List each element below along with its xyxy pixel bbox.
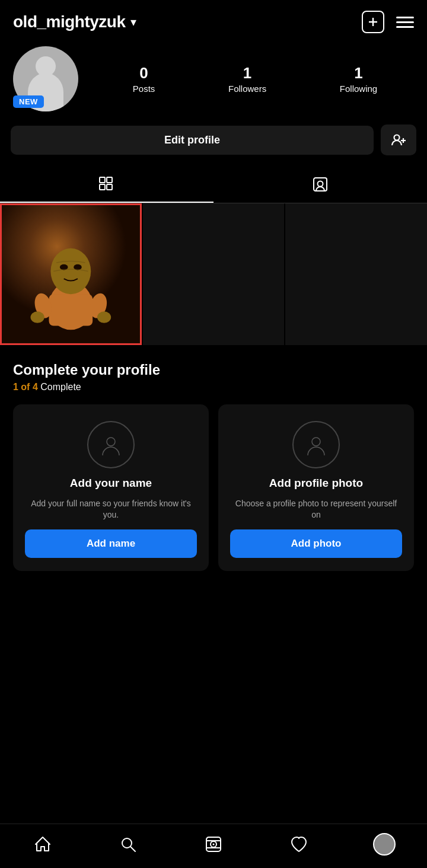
posts-count: 0 [139,64,148,82]
header-left: old_mightyzuk ▾ [13,12,136,31]
buttons-row: Edit profile [0,122,427,167]
svg-rect-7 [100,184,105,190]
svg-rect-8 [107,184,112,190]
svg-point-22 [312,438,320,446]
svg-point-14 [50,248,91,295]
edit-profile-button[interactable]: Edit profile [11,126,374,155]
add-friend-button[interactable] [381,125,416,155]
complete-cards: Add your name Add your full name so your… [13,404,414,571]
stat-posts[interactable]: 0 Posts [133,64,155,94]
progress-highlight: 1 of 4 [13,382,38,392]
svg-rect-6 [107,177,112,183]
new-post-button[interactable] [362,11,384,33]
add-name-card-title: Add your name [70,477,152,490]
menu-button[interactable] [396,17,414,28]
complete-card-add-photo: Add profile photo Choose a profile photo… [218,404,414,571]
groot-image [2,205,140,343]
following-label: Following [340,84,377,94]
post-thumbnail-groot[interactable] [0,203,142,345]
svg-point-21 [107,438,115,446]
tab-grid[interactable] [0,167,214,203]
add-name-button[interactable]: Add name [25,529,197,558]
add-photo-button[interactable]: Add photo [230,529,402,558]
nav-profile[interactable] [369,832,399,856]
posts-grid [0,203,427,345]
complete-profile-section: Complete your profile 1 of 4 Complete Ad… [0,345,427,583]
add-photo-card-desc: Choose a profile photo to represent your… [230,498,402,521]
followers-label: Followers [228,84,266,94]
followers-count: 1 [243,64,251,82]
nav-reels[interactable] [199,832,228,856]
svg-rect-5 [100,177,105,183]
add-photo-card-title: Add profile photo [269,477,363,490]
post-thumbnail-empty-1 [143,203,285,345]
header-right [362,11,414,33]
nav-profile-avatar [373,833,396,856]
username[interactable]: old_mightyzuk [13,12,126,31]
bottom-nav [0,824,427,868]
svg-point-2 [394,135,400,141]
plus-square-icon [362,11,384,33]
avatar-wrap: NEW [13,46,84,111]
nav-search[interactable] [113,832,143,856]
posts-label: Posts [133,84,155,94]
nav-activity[interactable] [284,832,314,856]
add-name-icon-circle [87,421,135,468]
stat-following[interactable]: 1 Following [340,64,377,94]
new-badge: NEW [13,95,44,108]
add-photo-icon-circle [292,421,340,468]
profile-row: NEW 0 Posts 1 Followers 1 Following [0,40,427,122]
add-name-card-desc: Add your full name so your friends know … [25,498,197,521]
svg-rect-13 [49,294,93,326]
nav-home[interactable] [28,832,58,856]
tab-tagged[interactable] [214,167,427,203]
hamburger-menu-icon [396,17,414,28]
svg-point-20 [97,311,111,323]
svg-rect-9 [314,178,327,191]
complete-profile-title: Complete your profile [13,362,414,378]
chevron-down-icon[interactable]: ▾ [130,15,136,29]
svg-point-10 [318,181,323,187]
svg-point-27 [213,844,215,845]
complete-card-add-name: Add your name Add your full name so your… [13,404,209,571]
svg-line-24 [130,847,135,851]
following-count: 1 [354,64,362,82]
header: old_mightyzuk ▾ [0,0,427,40]
stat-followers[interactable]: 1 Followers [228,64,266,94]
complete-profile-progress: 1 of 4 Complete [13,382,414,392]
post-thumbnail-empty-2 [285,203,427,345]
progress-rest: Complete [38,382,81,392]
tabs-row [0,167,427,203]
svg-point-19 [30,311,44,323]
stats-row: 0 Posts 1 Followers 1 Following [96,64,414,94]
